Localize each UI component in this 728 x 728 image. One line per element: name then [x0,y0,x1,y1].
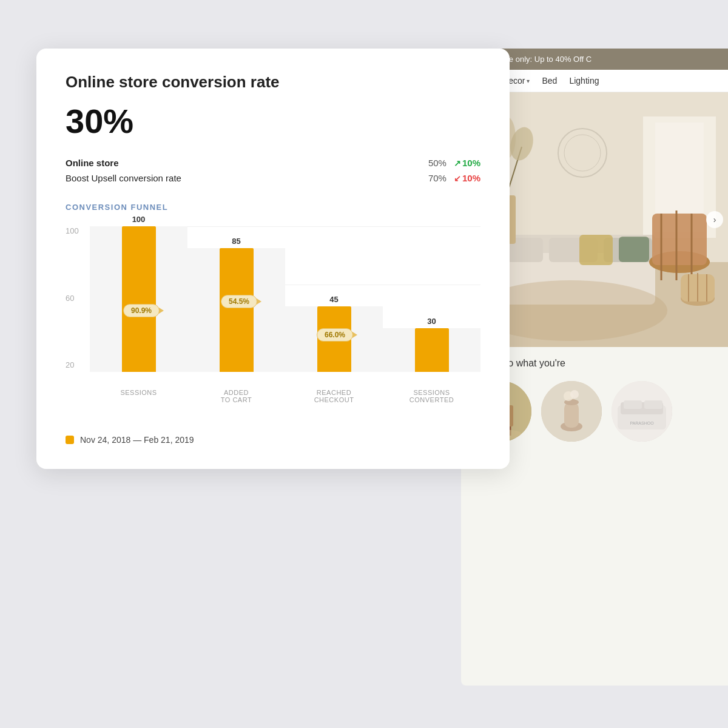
legend-color-dot [66,436,74,444]
metric-value-online-store: 50% [422,158,447,168]
nav-item-lighting[interactable]: Lighting [569,76,599,86]
x-label-sessions-converted: SESSIONSCONVERTED [383,384,480,420]
svg-rect-11 [619,237,649,262]
bar-value-added-to-cart: 85 [232,237,240,246]
bars-container: 100 90.9% 85 54.5% [90,226,480,372]
metric-value-upsell: 70% [422,173,447,183]
circle-image-3[interactable]: PARASHOO [612,381,672,442]
bar-sessions [122,226,156,372]
nav-label: Bed [542,76,557,86]
metric-label-upsell: Boost Upsell conversion rate [66,173,181,183]
bar-value-sessions-converted: 30 [427,317,436,326]
chart-area: 100 60 20 100 [66,226,480,420]
y-axis-labels: 100 60 20 [66,226,79,372]
chevron-down-icon: ▾ [527,78,530,84]
svg-rect-10 [579,235,613,265]
metric-item-upsell: Boost Upsell conversion rate 70% ↙ 10% [66,173,480,183]
metric-item-online-store: Online store 50% ↗ 10% [66,158,480,168]
bar-value-reached-checkout: 45 [329,295,338,304]
legend-date-range: Nov 24, 2018 — Feb 21, 2019 [80,435,194,445]
bar-added-to-cart [220,248,254,372]
bar-group-sessions: 100 90.9% [90,226,187,372]
nav-item-bed[interactable]: Bed [542,76,557,86]
circle-image-2[interactable] [541,381,602,442]
arrow-down-icon: ↙ [454,174,461,183]
bar-value-sessions: 100 [132,215,146,224]
svg-text:PARASHOO: PARASHOO [630,421,654,425]
card-title: Online store conversion rate [66,73,480,92]
carousel-next-button[interactable]: › [706,211,723,228]
y-label-20: 20 [66,360,79,369]
bar-sessions-converted [415,328,449,372]
nav-label: Lighting [569,76,599,86]
analytics-card: Online store conversion rate 30% Online … [36,49,510,469]
metric-label-online-store: Online store [66,158,119,168]
metric-right-online-store: 50% ↗ 10% [422,158,480,168]
x-axis-labels: SESSIONS ADDEDTO CART REACHEDCHECKOUT SE… [90,384,480,420]
svg-point-42 [570,390,579,399]
funnel-title: CONVERSION FUNNEL [66,203,480,212]
bar-tooltip-reached-checkout: 66.0% [317,328,353,342]
chart-legend: Nov 24, 2018 — Feb 21, 2019 [66,435,480,445]
x-label-sessions: SESSIONS [90,384,187,420]
metrics-section: Online store 50% ↗ 10% Boost Upsell conv… [66,158,480,183]
svg-rect-47 [644,400,662,409]
arrow-up-icon: ↗ [454,158,461,168]
bar-group-reached-checkout: 45 66.0% [285,226,383,372]
y-label-60: 60 [66,294,79,303]
svg-rect-39 [564,402,579,428]
y-label-100: 100 [66,226,79,235]
bar-tooltip-sessions: 90.9% [123,304,160,317]
conversion-rate-value: 30% [66,101,480,141]
x-label-reached-checkout: REACHEDCHECKOUT [285,384,383,420]
bars-row: 100 90.9% 85 54.5% [90,226,480,372]
bar-tooltip-added-to-cart: 54.5% [221,295,257,308]
bar-group-sessions-converted: 30 [383,226,480,372]
bar-group-added-to-cart: 85 54.5% [187,226,285,372]
metric-change-online-store: ↗ 10% [454,158,480,168]
metric-change-upsell: ↙ 10% [454,173,480,183]
x-label-added-to-cart: ADDEDTO CART [187,384,285,420]
metric-right-upsell: 70% ↙ 10% [422,173,480,183]
svg-rect-46 [624,400,642,409]
